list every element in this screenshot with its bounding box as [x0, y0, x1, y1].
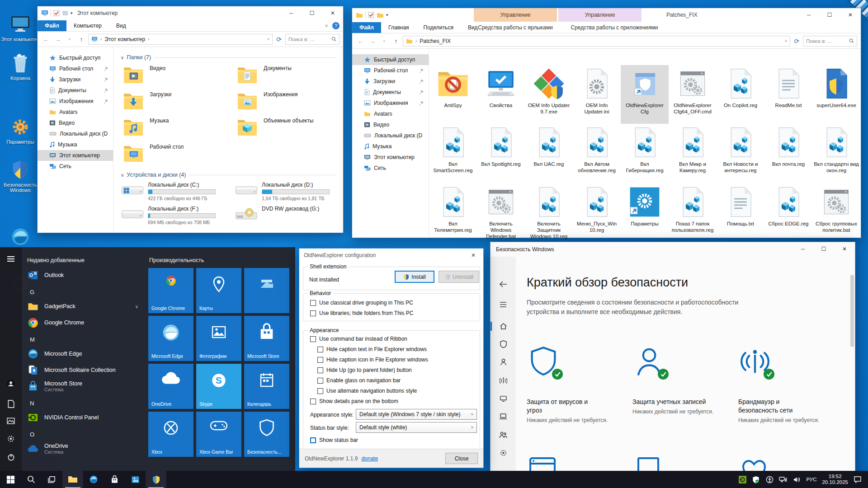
file-item[interactable]: Сброс групповых политик.bat — [812, 183, 860, 247]
taskbar-search-icon[interactable] — [21, 471, 42, 488]
help-icon[interactable]: ? — [332, 22, 340, 29]
folder-tile[interactable]: Загрузки — [121, 90, 235, 113]
notification-center-icon[interactable] — [854, 475, 862, 483]
up-button[interactable]: ↑ — [391, 38, 401, 45]
folder-tile[interactable]: Объемные объекты — [235, 117, 343, 139]
sidebar-item-7[interactable]: Локальный диск (D — [38, 128, 113, 139]
breadcrumb[interactable]: Этот компьютер — [104, 36, 145, 42]
qat-folder-icon[interactable] — [356, 12, 363, 18]
user-icon[interactable] — [498, 357, 508, 367]
start-tile-безопасность-[interactable]: Безопасность... — [244, 412, 289, 457]
sidebar-item-2[interactable]: Загрузки — [352, 76, 429, 87]
taskbar-photos-icon[interactable] — [125, 471, 146, 488]
checkbox-hide-caption-text[interactable]: Hide caption text in File Explorer windo… — [317, 346, 427, 352]
minimize-button[interactable]: ─ — [798, 8, 819, 22]
sidebar-item-0[interactable]: Быстрый доступ — [38, 52, 113, 63]
install-button[interactable]: Install — [395, 271, 434, 283]
start-button[interactable] — [0, 471, 21, 488]
start-app-item[interactable]: OneDriveСистема — [22, 441, 145, 457]
file-item[interactable]: Меню_Пуск_Win 10.reg — [573, 183, 621, 247]
maximize-button[interactable]: ☐ — [819, 8, 840, 22]
folder-tile[interactable]: Документы — [235, 64, 343, 87]
dialog-close-button[interactable]: ✕ — [463, 249, 483, 262]
start-app-item[interactable]: Microsoft StoreСистема — [22, 378, 145, 394]
file-item[interactable]: Включить Защитник Windows 10.reg — [525, 183, 573, 247]
drive-tile[interactable]: DVDDVD RW дисковод (G:) — [235, 206, 343, 225]
appearance-style-select[interactable]: Default style (Windows 7 style / skin st… — [356, 409, 477, 420]
status-bar-style-select[interactable]: Default style (white)˅ — [356, 422, 477, 433]
sidebar-item-7[interactable]: Локальный диск (D — [352, 130, 429, 141]
sidebar-item-4[interactable]: Изображения — [352, 98, 429, 108]
refresh-icon[interactable]: ⟳ — [792, 38, 801, 45]
hamburger-icon[interactable] — [5, 253, 16, 264]
settings-icon[interactable] — [498, 448, 508, 458]
volume-tray-icon[interactable] — [793, 475, 801, 483]
start-tile-xbox[interactable]: Xbox — [148, 412, 193, 457]
file-item[interactable]: OEM Info Updater.ini — [573, 65, 621, 124]
file-item[interactable]: OEM Info Updater 9.7.exe — [525, 65, 573, 124]
start-app-item[interactable]: Google Chrome — [22, 314, 145, 331]
qat-dropdown-icon[interactable]: ▾ — [71, 11, 73, 15]
sidebar-item-3[interactable]: Документы — [352, 87, 429, 98]
sidebar-item-1[interactable]: Рабочий стол — [352, 65, 429, 76]
qat-newfolder-icon[interactable] — [377, 12, 384, 18]
task-view-icon[interactable] — [42, 471, 62, 488]
close-button[interactable]: ✕ — [322, 6, 343, 20]
file-item[interactable]: ReadMe.txt — [764, 65, 812, 124]
sidebar-item-10[interactable]: Сеть — [352, 163, 429, 174]
start-tile-microsoft-edge[interactable]: Microsoft Edge — [148, 316, 193, 361]
security-card[interactable]: Брандмауэр и безопасность сетиНикаких де… — [738, 345, 844, 423]
search-box[interactable]: Поиск в: ... — [803, 36, 857, 47]
network-tray-icon[interactable] — [779, 475, 787, 483]
ribbon-tab-view[interactable]: Вид — [109, 20, 133, 31]
performance-icon[interactable] — [498, 412, 508, 422]
start-app-item[interactable]: GadgetPack∨ — [22, 298, 145, 314]
folder-tile[interactable]: Музыка — [121, 117, 235, 139]
sidebar-item-9[interactable]: Этот компьютер — [352, 152, 429, 163]
ribbon-tab-file[interactable]: Файл — [352, 22, 381, 33]
close-button[interactable]: ✕ — [834, 242, 855, 256]
titlebar[interactable]: ▾ Этот компьютер ─ ☐ ✕ — [38, 6, 343, 20]
taskbar-store-icon[interactable] — [104, 471, 125, 488]
desktop-icon-recycle-bin[interactable]: Корзина — [1, 52, 40, 81]
ribbon-tab-shortcut-tools[interactable]: Средства работы с ярлыками — [467, 22, 563, 33]
app-letter-header[interactable]: G — [30, 289, 145, 296]
device-icon[interactable] — [498, 394, 508, 404]
minimize-button[interactable]: ─ — [281, 6, 302, 20]
sidebar-item-8[interactable]: Музыка — [352, 141, 429, 152]
close-button[interactable]: ✕ — [840, 8, 861, 22]
folder-tile[interactable]: Видео — [121, 64, 235, 87]
taskbar-security-icon[interactable] — [146, 471, 166, 488]
wireless-icon[interactable] — [498, 375, 508, 385]
file-item[interactable]: Вкл почта.reg — [764, 124, 812, 183]
chevron-down-icon[interactable]: ∨ — [135, 304, 138, 309]
scrollbar-thumb[interactable] — [850, 275, 854, 347]
file-item[interactable]: Показ 7 папок пользователя.reg — [669, 183, 717, 247]
checkbox-details-pane-bottom[interactable]: Show details pane on the bottom — [310, 398, 398, 404]
refresh-icon[interactable]: ⟳ — [274, 36, 283, 43]
sidebar-item-5[interactable]: Avatars — [38, 107, 113, 117]
start-tile-onedrive[interactable]: OneDrive — [148, 364, 193, 409]
file-item[interactable]: Вкл стандартн вид окон.reg — [812, 124, 860, 183]
file-item[interactable]: Вкл Автом обновление.reg — [573, 124, 621, 183]
sidebar-item-2[interactable]: Загрузки — [38, 74, 113, 85]
ribbon-tab-share[interactable]: Поделиться — [416, 22, 461, 33]
security-card[interactable]: Защита учетных записейНикаких действий н… — [632, 345, 738, 423]
settings-icon[interactable] — [5, 433, 16, 444]
sidebar-item-3[interactable]: Документы — [38, 85, 113, 96]
drive-tile[interactable]: Локальный диск (D:)1,54 ТБ свободно из 1… — [235, 182, 343, 201]
back-button[interactable]: ← — [41, 36, 51, 43]
start-tile-google-chrome[interactable]: Google Chrome — [148, 268, 193, 313]
qat-properties-icon[interactable] — [368, 12, 374, 18]
recent-locations-icon[interactable]: ˅ — [65, 37, 75, 42]
sidebar-item-10[interactable]: Сеть — [38, 161, 113, 172]
back-icon[interactable] — [498, 279, 508, 289]
file-item[interactable]: Вкл UAC.reg — [525, 124, 573, 183]
address-bar[interactable]: › Этот компьютер › ˅ — [88, 34, 273, 45]
sidebar-item-1[interactable]: Рабочий стол — [38, 63, 113, 74]
start-app-item[interactable]: Microsoft Edge — [22, 346, 145, 362]
clock[interactable]: 19:52 20.10.2025 — [822, 474, 848, 485]
start-tile-2[interactable] — [244, 268, 289, 313]
recent-locations-icon[interactable]: ˅ — [379, 39, 389, 43]
address-bar[interactable]: › Patches_FIX ˅ — [403, 36, 790, 47]
